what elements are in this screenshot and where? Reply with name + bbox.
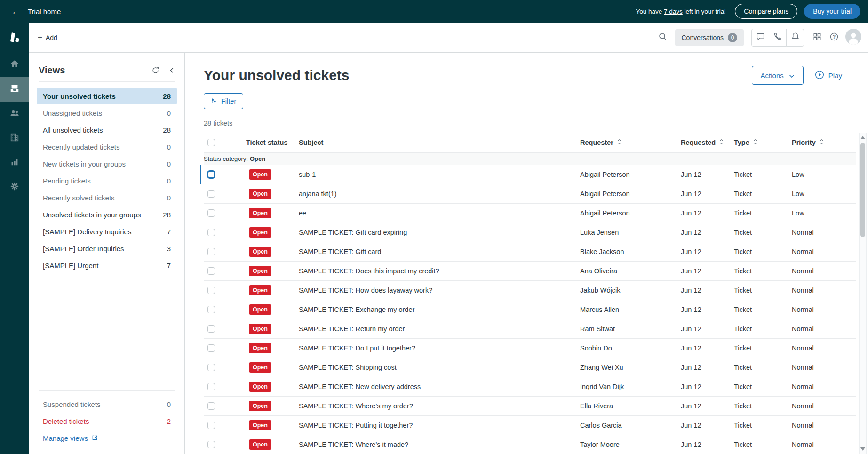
row-checkbox[interactable]	[207, 441, 215, 448]
help-button[interactable]: ?	[826, 29, 843, 46]
table-row[interactable]: Open SAMPLE TICKET: How does layaway wor…	[204, 281, 856, 300]
view-list-item[interactable]: Deleted tickets 2	[37, 413, 177, 430]
select-all-checkbox[interactable]	[207, 139, 215, 146]
table-row[interactable]: Open SAMPLE TICKET: Putting it together?…	[204, 416, 856, 435]
row-checkbox[interactable]	[207, 209, 215, 217]
nav-reporting[interactable]	[0, 151, 29, 175]
channel-icon-group	[751, 29, 804, 47]
row-checkbox[interactable]	[207, 229, 215, 236]
view-list-item[interactable]: [SAMPLE] Urgent 7	[37, 257, 177, 274]
row-checkbox[interactable]	[207, 364, 215, 371]
table-row[interactable]: Open SAMPLE TICKET: Gift card expiring L…	[204, 223, 856, 242]
ticket-priority: Normal	[792, 422, 856, 429]
scrollbar-thumb[interactable]	[860, 143, 865, 237]
row-checkbox[interactable]	[207, 170, 215, 179]
row-checkbox[interactable]	[207, 190, 215, 198]
row-checkbox[interactable]	[207, 306, 215, 313]
column-header[interactable]: Priority	[792, 139, 856, 146]
search-button[interactable]	[654, 29, 671, 46]
apps-button[interactable]	[809, 29, 826, 46]
view-list-item[interactable]: Recently updated tickets 0	[37, 138, 177, 155]
ticket-type: Ticket	[734, 190, 792, 198]
row-checkbox[interactable]	[207, 287, 215, 294]
ticket-priority: Normal	[792, 402, 856, 410]
chat-button[interactable]	[751, 29, 769, 47]
table-row[interactable]: Open SAMPLE TICKET: Where’s my order? El…	[204, 397, 856, 416]
compare-plans-button[interactable]: Compare plans	[735, 4, 797, 19]
table-row[interactable]: Open SAMPLE TICKET: Return my order Ram …	[204, 319, 856, 339]
scroll-up-arrow[interactable]	[860, 136, 865, 139]
row-checkbox[interactable]	[207, 402, 215, 410]
view-list-item[interactable]: Recently solved tickets 0	[37, 189, 177, 206]
view-list-item[interactable]: New tickets in your groups 0	[37, 155, 177, 172]
trial-home-link[interactable]: Trial home	[28, 8, 61, 16]
customers-icon	[9, 108, 20, 120]
view-list-item[interactable]: Unassigned tickets 0	[37, 104, 177, 121]
phone-button[interactable]	[769, 29, 787, 47]
status-badge: Open	[249, 285, 271, 295]
view-list-item[interactable]: Unsolved tickets in your groups 28	[37, 206, 177, 223]
table-row[interactable]: Open SAMPLE TICKET: Gift card Blake Jack…	[204, 242, 856, 262]
add-button[interactable]: + Add	[38, 33, 57, 41]
view-list-item[interactable]: Your unsolved tickets 28	[37, 88, 177, 104]
filter-button[interactable]: Filter	[204, 93, 243, 109]
row-checkbox[interactable]	[207, 344, 215, 352]
table-body: Open sub-1 Abigail Peterson Jun 12 Ticke…	[204, 165, 856, 454]
nav-ticket-views[interactable]	[0, 77, 29, 102]
view-list-item[interactable]: [SAMPLE] Order Inquiries 3	[37, 240, 177, 257]
search-icon	[658, 32, 668, 43]
refresh-icon[interactable]	[151, 66, 159, 74]
notifications-button[interactable]	[786, 29, 804, 47]
table-row[interactable]: Open SAMPLE TICKET: Shipping cost Zhang …	[204, 358, 856, 377]
column-header[interactable]: Type	[734, 139, 792, 146]
column-header[interactable]: Requester	[580, 139, 681, 146]
ticket-type: Ticket	[734, 441, 792, 448]
conversations-button[interactable]: Conversations 0	[675, 29, 744, 46]
row-checkbox[interactable]	[207, 422, 215, 429]
view-item-count: 7	[167, 262, 171, 270]
table-row[interactable]: Open sub-1 Abigail Peterson Jun 12 Ticke…	[204, 165, 856, 184]
row-checkbox[interactable]	[207, 267, 215, 275]
svg-text:?: ?	[833, 34, 836, 39]
row-checkbox[interactable]	[207, 383, 215, 390]
vertical-scrollbar[interactable]	[859, 133, 867, 454]
nav-rail	[0, 23, 29, 454]
column-header[interactable]: Subject	[299, 139, 580, 146]
view-list-item[interactable]: [SAMPLE] Delivery Inquiries 7	[37, 223, 177, 240]
ticket-priority: Normal	[792, 248, 856, 255]
ticket-type: Ticket	[734, 402, 792, 410]
nav-customers[interactable]	[0, 102, 29, 126]
manage-views-link[interactable]: Manage views	[37, 430, 177, 446]
column-header[interactable]: Ticket status	[246, 139, 299, 146]
view-list-item[interactable]: All unsolved tickets 28	[37, 121, 177, 138]
table-row[interactable]: Open SAMPLE TICKET: New delivery address…	[204, 377, 856, 397]
nav-admin[interactable]	[0, 175, 29, 199]
ticket-priority: Normal	[792, 344, 856, 352]
view-item-label: [SAMPLE] Urgent	[43, 262, 98, 270]
play-button[interactable]: Play	[815, 70, 842, 81]
table-row[interactable]: Open anjana tkt(1) Abigail Peterson Jun …	[204, 184, 856, 204]
ticket-requester: Abigail Peterson	[580, 209, 681, 217]
table-row[interactable]: Open SAMPLE TICKET: Does this impact my …	[204, 262, 856, 281]
status-badge: Open	[249, 343, 271, 353]
sort-icon	[753, 139, 758, 146]
actions-button[interactable]: Actions	[752, 66, 804, 85]
table-row[interactable]: Open SAMPLE TICKET: Do I put it together…	[204, 339, 856, 358]
nav-organizations[interactable]	[0, 126, 29, 151]
table-row[interactable]: Open SAMPLE TICKET: Where’s it made? Tay…	[204, 435, 856, 454]
column-header[interactable]: Requested	[681, 139, 734, 146]
view-list-item[interactable]: Pending tickets 0	[37, 172, 177, 189]
view-item-count: 0	[167, 143, 171, 151]
table-row[interactable]: Open ee Abigail Peterson Jun 12 Ticket L…	[204, 204, 856, 223]
table-row[interactable]: Open SAMPLE TICKET: Exchange my order Ma…	[204, 300, 856, 319]
row-checkbox[interactable]	[207, 325, 215, 333]
buy-trial-button[interactable]: Buy your trial	[804, 4, 860, 19]
scroll-down-arrow[interactable]	[860, 447, 865, 451]
collapse-panel-icon[interactable]	[169, 67, 175, 73]
back-arrow-icon[interactable]: ←	[11, 7, 20, 16]
nav-home[interactable]	[0, 53, 29, 77]
view-item-count: 28	[163, 211, 171, 219]
row-checkbox[interactable]	[207, 248, 215, 255]
profile-button[interactable]	[845, 29, 861, 47]
view-list-item[interactable]: Suspended tickets 0	[37, 396, 177, 413]
